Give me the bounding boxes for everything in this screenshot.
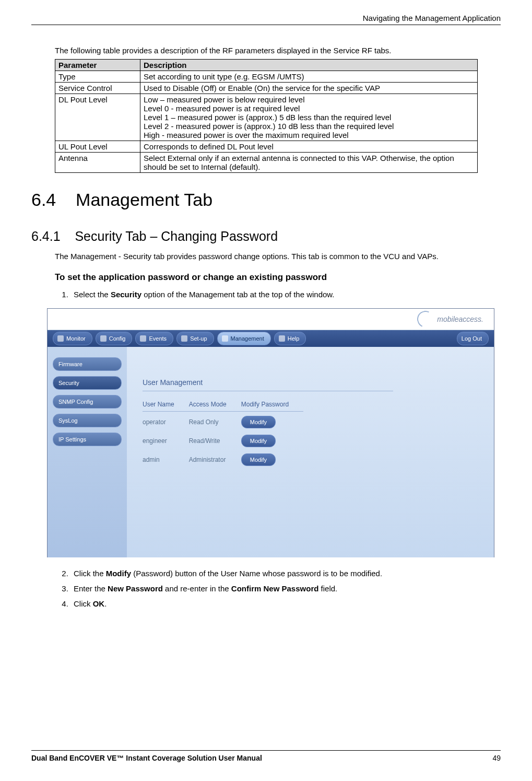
step-3: Enter the New Password and re-enter in t… (70, 584, 501, 593)
panel-title: User Management (143, 378, 478, 387)
user-row: operator Read Only Modify (143, 412, 303, 431)
th-description: Description (140, 60, 478, 71)
steps-list-cont: Click the Modify (Password) button of th… (55, 569, 501, 608)
sidebar-snmp[interactable]: SNMP Config (53, 395, 122, 409)
nav-monitor[interactable]: Monitor (53, 332, 92, 345)
sidebar-ip[interactable]: IP Settings (53, 433, 122, 446)
table-row: DL Pout LevelLow – measured power is bel… (55, 94, 478, 141)
procedure-heading: To set the application password or chang… (55, 272, 501, 283)
table-row: TypeSet according to unit type (e.g. EGS… (55, 71, 478, 83)
modify-button[interactable]: Modify (241, 416, 276, 428)
top-nav: Monitor Config Events Set-up Management … (48, 330, 494, 347)
footer-title: Dual Band EnCOVER VE™ Instant Coverage S… (31, 754, 262, 762)
modify-button[interactable]: Modify (241, 453, 276, 466)
nav-config[interactable]: Config (96, 332, 133, 345)
help-icon (279, 335, 285, 342)
page-number: 49 (492, 754, 501, 762)
col-accessmode: Access Mode (189, 398, 241, 412)
modify-button[interactable]: Modify (241, 435, 276, 447)
user-table: User Name Access Mode Modify Password op… (143, 398, 303, 468)
table-row: AntennaSelect External only if an extern… (55, 153, 478, 173)
step-4: Click OK. (70, 599, 501, 608)
page-header-breadcrumb: Navigating the Management Application (31, 14, 501, 22)
heading-6-4-1: 6.4.1 Security Tab – Changing Password (31, 229, 501, 244)
nav-logout[interactable]: Log Out (457, 332, 489, 345)
management-icon (222, 335, 228, 342)
rf-parameters-table: Parameter Description TypeSet according … (55, 59, 478, 173)
table-row: UL Pout LevelCorresponds to defined DL P… (55, 141, 478, 153)
nav-events[interactable]: Events (135, 332, 173, 345)
col-username: User Name (143, 398, 189, 412)
events-icon (140, 335, 146, 342)
user-row: engineer Read/Write Modify (143, 430, 303, 449)
header-rule (31, 25, 501, 25)
page-footer: Dual Band EnCOVER VE™ Instant Coverage S… (31, 750, 501, 762)
main-panel: User Management User Name Access Mode Mo… (127, 347, 494, 557)
nav-management[interactable]: Management (217, 332, 271, 345)
panel-divider (143, 391, 393, 391)
setup-icon (181, 335, 187, 342)
app-screenshot: mobileaccess. Monitor Config Events Set-… (47, 308, 494, 557)
sidebar-security[interactable]: Security (53, 376, 122, 390)
th-parameter: Parameter (55, 60, 140, 71)
nav-help[interactable]: Help (274, 332, 306, 345)
config-icon (100, 335, 107, 342)
steps-list: Select the Security option of the Manage… (55, 290, 501, 299)
logo-icon (415, 308, 436, 330)
table-row: Service ControlUsed to Disable (Off) or … (55, 83, 478, 94)
user-row: admin Administrator Modify (143, 449, 303, 468)
sidebar-syslog[interactable]: SysLog (53, 414, 122, 427)
sidebar-firmware[interactable]: Firmware (53, 357, 122, 371)
logo-text: mobileaccess. (437, 315, 483, 323)
step-1: Select the Security option of the Manage… (70, 290, 501, 299)
intro-text: The following table provides a descripti… (55, 46, 501, 55)
sidebar: Firmware Security SNMP Config SysLog IP … (48, 347, 127, 557)
nav-setup[interactable]: Set-up (176, 332, 214, 345)
step-2: Click the Modify (Password) button of th… (70, 569, 501, 578)
logo-bar: mobileaccess. (48, 309, 494, 330)
heading-6-4: 6.4 Management Tab (31, 190, 501, 210)
monitor-icon (57, 335, 64, 342)
col-modify: Modify Password (241, 398, 303, 412)
section-paragraph: The Management - Security tab provides p… (55, 252, 501, 261)
